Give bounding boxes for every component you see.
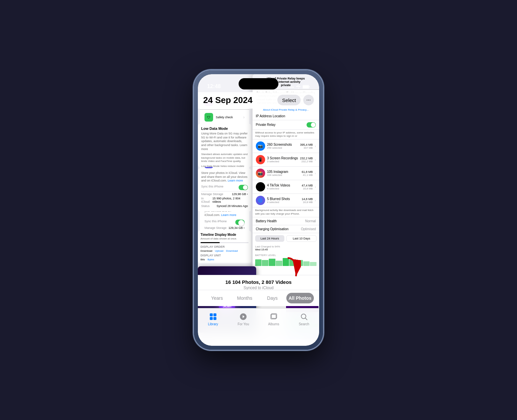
albums-label: Albums — [268, 322, 279, 326]
display-order-options: Download Upload Download — [201, 249, 249, 252]
storage-blurred: 🌀 5 Blurred Shots 4 selected 14,8 MB 16,… — [253, 194, 319, 207]
instagram-size: 61,8 MB 41,1 MB — [302, 170, 313, 177]
icloud-sec-manage: Manage Storage 129,98 GB › — [201, 192, 248, 196]
last-charged-section: Last Charged to 94% Wed 15:45 — [253, 244, 319, 252]
library-icon — [209, 312, 217, 321]
tab-years[interactable]: Years — [203, 293, 231, 303]
last-10d-btn[interactable]: Last 10 Days — [286, 235, 316, 242]
display-order-section: DISPLAY ORDER Download Upload Download — [201, 245, 249, 252]
recordings-info: 3 Screen Recordings 3 selected — [267, 156, 298, 163]
for-you-icon — [239, 312, 248, 321]
relay-note: Without access to your IP address, some … — [253, 130, 319, 140]
wifi-icon — [296, 84, 301, 89]
recordings-size: 232,2 MB 232,2 MB — [300, 157, 313, 163]
signal-icon: ●●● — [288, 85, 294, 89]
dynamic-island — [239, 78, 278, 89]
settings-icon-safety: 🛡 — [204, 113, 213, 122]
timeline-mode-desc: Amount of data shown at once. — [201, 237, 249, 240]
svg-rect-4 — [210, 313, 213, 316]
storage-instagram: 📸 105 Instagram 104 selected 61,8 MB 41,… — [253, 167, 319, 180]
slider-track — [201, 242, 249, 243]
data-usage-overlay: Low Data Mode Using More Data on 5G may … — [198, 124, 251, 167]
icloud-sec-status: Status Synced 28 Minutes Ago — [201, 204, 248, 208]
data-usage-low-desc: Low Data Mode helps reduce mobile data u… — [201, 165, 248, 167]
blurred-info: 5 Blurred Shots 4 selected — [267, 197, 300, 204]
tab-search[interactable]: Search — [289, 312, 319, 326]
tab-albums[interactable]: Albums — [258, 312, 289, 326]
instagram-icon: 📸 — [256, 169, 265, 178]
status-icons: ●●● — [288, 84, 310, 89]
charging-opt-value: Optimised — [301, 227, 316, 231]
search-icon — [300, 312, 308, 321]
svg-rect-6 — [210, 317, 213, 320]
svg-rect-2 — [309, 86, 310, 87]
ip-location-row: IP Address Location — [253, 112, 319, 120]
tiktok-info: 4 TikTok Videos 4 selected — [267, 184, 300, 190]
settings-icloud-second: Store your photos in iCloud. View and sh… — [198, 169, 251, 211]
screenshots-size: 395,4 MB 347 MB — [300, 143, 313, 149]
recordings-sub: 3 selected — [267, 160, 298, 163]
icloud-sync-row: Sync this iPhone — [204, 220, 245, 225]
tab-library[interactable]: Library — [198, 312, 228, 326]
icloud-manage-row: Manage Storage 129,34 GB › — [204, 226, 245, 230]
icloud-sec-desc: Store your photos in iCloud. View and sh… — [201, 171, 248, 183]
sync-toggle-2[interactable] — [239, 185, 248, 190]
opt-download[interactable]: Download — [201, 249, 212, 252]
blurred-icon: 🌀 — [256, 196, 265, 205]
battery-health-label: Battery Health — [256, 219, 277, 223]
tab-all-photos[interactable]: All Photos — [286, 293, 314, 303]
storage-screenshots: 📷 260 Screenshots 259 selected 395,4 MB … — [253, 139, 319, 153]
red-arrow — [274, 255, 301, 288]
tiktok-sub: 4 selected — [267, 187, 300, 190]
settings-label-safety: Safety check — [216, 116, 241, 119]
instagram-info: 105 Instagram 104 selected — [267, 170, 300, 177]
more-button[interactable]: ··· — [303, 95, 314, 105]
sync-toggle[interactable] — [235, 220, 245, 225]
phone-screen: 12:48 ●●● — [198, 74, 319, 346]
unit-bytes[interactable]: Bytes — [207, 258, 214, 261]
library-label: Library — [208, 322, 218, 326]
battery-health-value: Normal — [305, 219, 316, 223]
relay-toggle[interactable] — [307, 122, 316, 128]
timeline-tabs: Years Months Days All Photos — [198, 290, 319, 306]
svg-line-11 — [306, 318, 308, 320]
photos-header: 24 Sep 2024 Select ··· — [198, 92, 319, 109]
tab-days[interactable]: Days — [258, 293, 286, 303]
unit-bits[interactable]: Bits — [201, 258, 205, 261]
charging-opt-label: Charging Optimisation — [256, 227, 289, 231]
tiktok-size: 47,4 MB 16,8 MB — [302, 184, 313, 190]
phone-shell: 12:48 ●●● — [194, 70, 323, 350]
timeline-mode-title: Timeline Display Mode — [201, 233, 249, 236]
relay-option-label: Private Relay — [256, 123, 275, 127]
screenshots-info: 260 Screenshots 259 selected — [267, 143, 298, 149]
header-actions: Select ··· — [277, 95, 314, 105]
tiktok-name: 4 TikTok Videos — [267, 184, 300, 187]
status-time: 12:48 — [207, 83, 221, 89]
display-order-title: DISPLAY ORDER — [201, 245, 249, 248]
display-unit-section: DISPLAY UNIT Bits Bytes — [201, 254, 249, 261]
select-button[interactable]: Select — [277, 95, 301, 105]
opt-upload[interactable]: Upload — [215, 249, 223, 252]
instagram-sub: 104 selected — [267, 174, 300, 177]
charging-opt-row: Charging Optimisation Optimised — [253, 225, 319, 233]
screenshots-icon: 📷 — [256, 141, 265, 151]
last-charged-time: Wed 15:45 — [255, 248, 316, 251]
timeline-slider — [201, 242, 249, 243]
last-24h-btn[interactable]: Last 24 Hours — [255, 235, 285, 242]
svg-rect-5 — [213, 313, 216, 316]
recordings-name: 3 Screen Recordings — [267, 156, 298, 160]
photos-date: 24 Sep 2024 — [203, 95, 253, 105]
blurred-name: 5 Blurred Shots — [267, 197, 300, 201]
svg-point-10 — [301, 314, 306, 319]
tab-months[interactable]: Months — [231, 293, 259, 303]
data-usage-desc: Using More Data on 5G may prefer 5G to W… — [201, 132, 248, 151]
screenshots-sub: 259 selected — [267, 146, 298, 149]
svg-rect-7 — [213, 317, 216, 320]
icloud-sec-count: In iCloud 15 990 photos, 2 804 videos — [201, 197, 248, 203]
opt-download-2[interactable]: Download — [226, 249, 238, 252]
screen: 12:48 ●●● — [198, 74, 319, 346]
instagram-name: 105 Instagram — [267, 170, 300, 174]
screenshots-name: 260 Screenshots — [267, 143, 298, 146]
tab-for-you[interactable]: For You — [228, 312, 259, 326]
albums-icon — [269, 312, 278, 321]
